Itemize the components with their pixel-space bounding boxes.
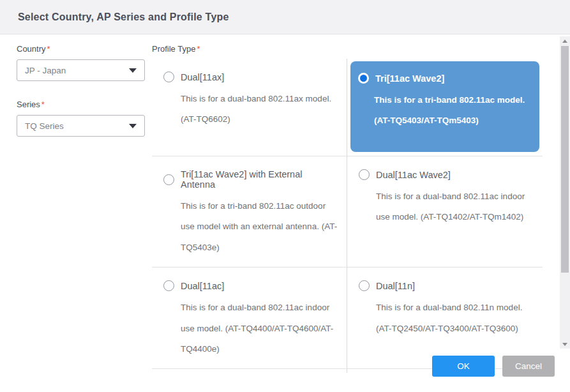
option-description: This is for a tri-band 802.11ac outdoor …: [181, 196, 338, 258]
profile-type-field-label: Profile Type*: [152, 43, 543, 54]
ok-button[interactable]: OK: [432, 356, 495, 377]
dialog-title: Select Country, AP Series and Profile Ty…: [18, 11, 229, 23]
option-description: This is for a dual-band 802.11ac indoor …: [181, 298, 338, 359]
scrollbar-thumb[interactable]: [561, 46, 569, 273]
profile-option-dual-11ac[interactable]: Dual[11ac] This is for a dual-band 802.1…: [152, 268, 347, 369]
radio-unchecked-icon[interactable]: [359, 169, 370, 180]
country-required-asterisk: *: [47, 44, 50, 54]
profile-type-required-asterisk: *: [197, 44, 200, 54]
select-profile-dialog: { "dialog": { "title": "Select Country, …: [0, 0, 570, 392]
radio-unchecked-icon[interactable]: [163, 72, 174, 82]
radio-unchecked-icon[interactable]: [359, 280, 370, 291]
option-header[interactable]: Dual[11ac]: [163, 280, 338, 291]
option-label: Dual[11ax]: [181, 72, 224, 82]
cancel-button[interactable]: Cancel: [502, 356, 555, 377]
profile-option-tri-11ac-wave2-selected[interactable]: Tri[11ac Wave2] This is for a tri-band 8…: [350, 61, 539, 152]
option-header[interactable]: Tri[11ac Wave2]: [358, 73, 534, 84]
dialog-header: Select Country, AP Series and Profile Ty…: [0, 0, 570, 34]
scroll-up-icon[interactable]: [560, 36, 570, 45]
option-description: This is for a tri-band 802.11ac model. (…: [374, 90, 534, 132]
series-required-asterisk: *: [41, 100, 45, 109]
option-header[interactable]: Dual[11n]: [359, 280, 534, 291]
series-label: Series: [17, 100, 40, 109]
option-header[interactable]: Tri[11ac Wave2] with External Antenna: [163, 169, 338, 190]
scroll-down-icon[interactable]: [560, 340, 570, 349]
country-field: Country* JP - Japan: [17, 43, 145, 81]
option-label: Dual[11n]: [376, 281, 415, 291]
radio-checked-icon[interactable]: [358, 73, 369, 84]
chevron-down-icon: [129, 68, 137, 73]
option-header[interactable]: Dual[11ac Wave2]: [359, 169, 534, 180]
country-label: Country: [17, 44, 46, 54]
option-description: This is for a dual-band 802.11ax model. …: [181, 89, 338, 130]
option-label: Dual[11ac Wave2]: [376, 170, 451, 180]
radio-unchecked-icon[interactable]: [163, 174, 174, 185]
radio-unchecked-icon[interactable]: [163, 280, 174, 291]
profile-option-dual-11ax[interactable]: Dual[11ax] This is for a dual-band 802.1…: [152, 59, 347, 156]
option-label: Dual[11ac]: [181, 281, 224, 291]
profile-type-panel: Profile Type* Dual[11ax] This is for a d…: [152, 43, 543, 373]
option-description: This is for a dual-band 802.11ac indoor …: [376, 186, 534, 228]
option-label: Tri[11ac Wave2] with External Antenna: [181, 169, 338, 190]
profile-option-dual-11n[interactable]: Dual[11n] This is for a dual-band 802.11…: [347, 268, 543, 369]
left-form-panel: Country* JP - Japan Series* TQ Series: [17, 43, 145, 137]
option-label: Tri[11ac Wave2]: [375, 73, 444, 84]
series-select[interactable]: TQ Series: [17, 115, 145, 137]
profile-option-tri-11ac-wave2-ext-antenna[interactable]: Tri[11ac Wave2] with External Antenna Th…: [152, 156, 347, 268]
chevron-down-icon: [129, 124, 137, 128]
option-description: This is for a dual-band 802.11n model. (…: [376, 298, 534, 339]
country-select-value: JP - Japan: [25, 66, 66, 75]
country-select[interactable]: JP - Japan: [17, 59, 145, 81]
profile-option-dual-11ac-wave2[interactable]: Dual[11ac Wave2] This is for a dual-band…: [347, 156, 543, 268]
series-field: Series* TQ Series: [17, 98, 145, 137]
option-header[interactable]: Dual[11ax]: [163, 72, 338, 82]
profile-option-tri-11ac-wave2-wrap: Tri[11ac Wave2] This is for a tri-band 8…: [347, 59, 543, 156]
vertical-scrollbar[interactable]: [560, 36, 570, 349]
profile-options-grid: Dual[11ax] This is for a dual-band 802.1…: [152, 59, 543, 369]
series-select-value: TQ Series: [25, 121, 64, 131]
profile-type-label: Profile Type: [152, 44, 195, 54]
